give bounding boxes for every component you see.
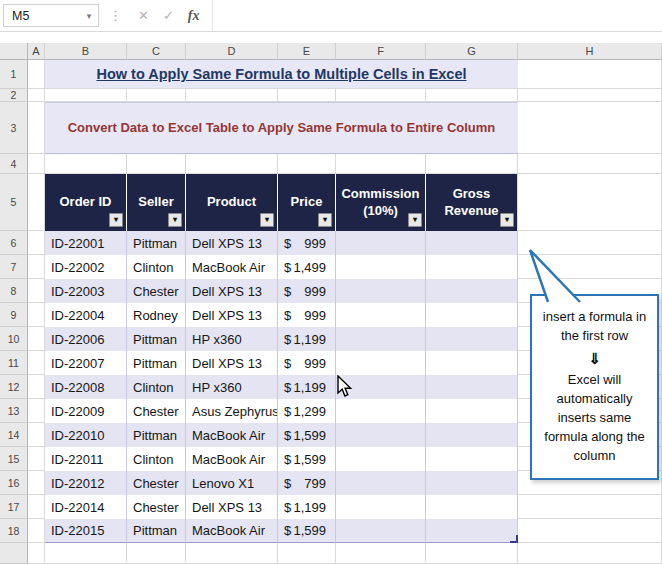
cell-gross-revenue[interactable]	[426, 495, 518, 519]
cell-seller[interactable]: Pittman	[127, 327, 186, 351]
cell-order-id[interactable]: ID-22007	[45, 351, 127, 375]
cell-product[interactable]: Dell XPS 13	[186, 231, 278, 255]
filter-button-commission[interactable]: ▾	[408, 213, 422, 227]
cell-filler[interactable]	[127, 543, 186, 564]
cell-order-id[interactable]: ID-22010	[45, 423, 127, 447]
cell-colA[interactable]	[28, 375, 45, 399]
name-box[interactable]: M5 ▾	[3, 4, 99, 27]
cell-product[interactable]: MacBook Air	[186, 255, 278, 279]
row-header[interactable]: 6	[0, 231, 28, 255]
cell-product[interactable]: Dell XPS 13	[186, 303, 278, 327]
cell-product[interactable]: HP x360	[186, 375, 278, 399]
filter-button-product[interactable]: ▾	[260, 213, 274, 227]
cell-colA[interactable]	[28, 423, 45, 447]
row-header-2[interactable]: 2	[0, 89, 28, 102]
cell-seller[interactable]: Chester	[127, 471, 186, 495]
row-header[interactable]: 11	[0, 351, 28, 375]
cell-order-id[interactable]: ID-22009	[45, 399, 127, 423]
cell-D2[interactable]	[186, 89, 278, 102]
cell-seller[interactable]: Rodney	[127, 303, 186, 327]
cell-price[interactable]: $1,199	[278, 495, 336, 519]
cell-gross-revenue[interactable]	[426, 423, 518, 447]
cell-colA[interactable]	[28, 327, 45, 351]
cell-gross-revenue[interactable]	[426, 279, 518, 303]
row-header[interactable]: 18	[0, 519, 28, 543]
cell-order-id[interactable]: ID-22014	[45, 495, 127, 519]
cell-gross-revenue[interactable]	[426, 471, 518, 495]
enter-icon[interactable]: ✓	[163, 8, 174, 23]
row-header[interactable]: 8	[0, 279, 28, 303]
cell-price[interactable]: $999	[278, 351, 336, 375]
cell-order-id[interactable]: ID-22004	[45, 303, 127, 327]
cell-colH[interactable]	[518, 495, 662, 519]
cell-seller[interactable]: Pittman	[127, 423, 186, 447]
row-header[interactable]: 14	[0, 423, 28, 447]
cell-filler[interactable]	[426, 543, 518, 564]
cell-seller[interactable]: Pittman	[127, 351, 186, 375]
cell-order-id[interactable]: ID-22001	[45, 231, 127, 255]
row-header[interactable]: 10	[0, 327, 28, 351]
cell-product[interactable]: Asus Zephyrus	[186, 399, 278, 423]
row-header[interactable]: 17	[0, 495, 28, 519]
cell-gross-revenue[interactable]	[426, 255, 518, 279]
cell-price[interactable]: $1,599	[278, 519, 336, 543]
cell-seller[interactable]: Chester	[127, 279, 186, 303]
cell-price[interactable]: $799	[278, 471, 336, 495]
column-header-F[interactable]: F	[336, 43, 426, 60]
filter-button-order-id[interactable]: ▾	[109, 213, 123, 227]
row-header[interactable]: 13	[0, 399, 28, 423]
cell-colH[interactable]	[518, 519, 662, 543]
cell-colA[interactable]	[28, 279, 45, 303]
cell-F2[interactable]	[336, 89, 426, 102]
filter-button-seller[interactable]: ▾	[168, 213, 182, 227]
cell-price[interactable]: $999	[278, 303, 336, 327]
cell-commission[interactable]	[336, 351, 426, 375]
filter-button-gross-revenue[interactable]: ▾	[500, 213, 514, 227]
cell-commission[interactable]	[336, 519, 426, 543]
cell-colA[interactable]	[28, 495, 45, 519]
cell-commission[interactable]	[336, 399, 426, 423]
cell-filler[interactable]	[45, 543, 127, 564]
cell-product[interactable]: Lenovo X1	[186, 471, 278, 495]
cell-commission[interactable]	[336, 255, 426, 279]
cell-A4[interactable]	[28, 154, 45, 174]
cell-gross-revenue[interactable]	[426, 327, 518, 351]
cell-price[interactable]: $1,199	[278, 327, 336, 351]
cell-colA[interactable]	[28, 447, 45, 471]
cell-order-id[interactable]: ID-22012	[45, 471, 127, 495]
cell-H3[interactable]	[518, 102, 662, 154]
cell-gross-revenue[interactable]	[426, 447, 518, 471]
cell-commission[interactable]	[336, 303, 426, 327]
cell-price[interactable]: $1,299	[278, 399, 336, 423]
cell-seller[interactable]: Chester	[127, 495, 186, 519]
cell-order-id[interactable]: ID-22015	[45, 519, 127, 543]
cell-price[interactable]: $999	[278, 231, 336, 255]
cell-seller[interactable]: Clinton	[127, 447, 186, 471]
row-header[interactable]: 15	[0, 447, 28, 471]
column-header-B[interactable]: B	[45, 43, 127, 60]
cell-H5[interactable]	[518, 174, 662, 231]
cell-product[interactable]: Dell XPS 13	[186, 279, 278, 303]
cell-gross-revenue[interactable]	[426, 351, 518, 375]
cell-filler[interactable]	[278, 543, 336, 564]
cell-product[interactable]: Dell XPS 13	[186, 495, 278, 519]
cell-E4[interactable]	[278, 154, 336, 174]
row-header-1[interactable]: 1	[0, 60, 28, 89]
select-all-corner[interactable]	[0, 43, 28, 60]
cell-gross-revenue[interactable]	[426, 375, 518, 399]
cell-commission[interactable]	[336, 327, 426, 351]
cell-commission[interactable]	[336, 423, 426, 447]
cell-H2[interactable]	[518, 89, 662, 102]
cell-gross-revenue[interactable]	[426, 519, 518, 543]
cell-order-id[interactable]: ID-22002	[45, 255, 127, 279]
cell-seller[interactable]: Clinton	[127, 255, 186, 279]
cell-H4[interactable]	[518, 154, 662, 174]
column-header-A[interactable]: A	[28, 43, 45, 60]
cell-H1[interactable]	[518, 60, 662, 89]
cell-seller[interactable]: Clinton	[127, 375, 186, 399]
cell-commission[interactable]	[336, 231, 426, 255]
column-header-G[interactable]: G	[426, 43, 518, 60]
cell-gross-revenue[interactable]	[426, 303, 518, 327]
cell-order-id[interactable]: ID-22003	[45, 279, 127, 303]
sheet-subtitle-cell[interactable]: Convert Data to Excel Table to Apply Sam…	[45, 102, 518, 154]
